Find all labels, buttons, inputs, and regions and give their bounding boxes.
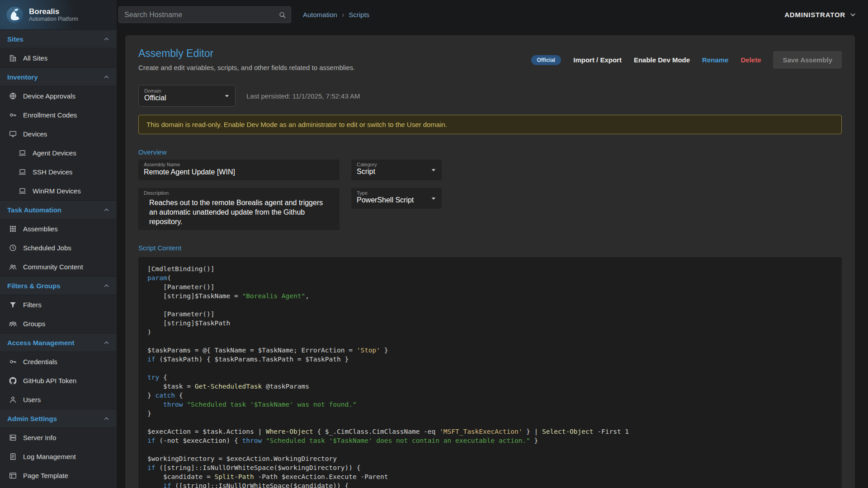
sidebar-item-label: Community Content [23,263,83,271]
brand[interactable]: Borealis Automation Platform [0,0,117,29]
code-line: $workingDirectory = $execAction.WorkingD… [147,454,833,463]
category-select[interactable]: Category Script [351,160,442,180]
import-export-button[interactable]: Import / Export [573,56,622,64]
sidebar-item-agent-devices[interactable]: Agent Devices [0,143,117,162]
key-icon [9,357,17,366]
sidebar-item-devices[interactable]: Devices [0,124,117,143]
sidebar-item-filters[interactable]: Filters [0,295,117,314]
chevron-up-icon [103,73,110,81]
sidebar-item-server-info[interactable]: Server Info [0,428,117,447]
sidebar-item-github-api-token[interactable]: GitHub API Token [0,371,117,390]
sidebar-item-label: Server Info [23,434,56,441]
user-menu[interactable]: ADMINISTRATOR [784,10,857,19]
sidebar-item-page-template[interactable]: Page Template [0,466,117,485]
description-value: Reaches out to the remote Borealis agent… [144,196,334,228]
sidebar-item-groups[interactable]: Groups [0,314,117,333]
sidebar-item-credentials[interactable]: Credentials [0,352,117,371]
sidebar-section-inventory[interactable]: Inventory [0,67,117,86]
enable-dev-mode-button[interactable]: Enable Dev Mode [634,56,690,64]
clock-icon [9,244,17,252]
category-label: Category [357,162,426,167]
sidebar-section-filters-groups[interactable]: Filters & Groups [0,276,117,295]
sidebar-item-users[interactable]: Users [0,390,117,409]
sidebar-item-label: Device Approvals [23,92,75,100]
sidebar-item-all-sites[interactable]: All Sites [0,48,117,67]
brand-name: Borealis [29,7,78,16]
search-icon[interactable] [278,10,287,19]
sidebar-item-label: All Sites [23,54,47,62]
sidebar-section-access-management[interactable]: Access Management [0,333,117,352]
sidebar-item-device-approvals[interactable]: Device Approvals [0,86,117,105]
code-line: ) [147,328,833,337]
log-icon [9,452,17,461]
code-line [147,418,833,427]
domain-row: Domain Official Last persisted: 11/1/202… [138,85,842,107]
chevron-up-icon [103,35,110,43]
type-select[interactable]: Type PowerShell Script [351,188,442,209]
search-box [118,6,291,23]
caret-down-icon [222,91,231,100]
code-line: if ([string]::IsNullOrWhiteSpace($candid… [147,481,833,488]
sidebar-section-admin-settings[interactable]: Admin Settings [0,409,117,428]
server-icon [9,433,17,442]
domain-select[interactable]: Domain Official [138,85,236,107]
assembly-name-field[interactable]: Assembly Name [138,160,340,180]
code-line [147,364,833,373]
breadcrumb-item-automation[interactable]: Automation [303,11,337,19]
script-content-editor[interactable]: [CmdletBinding()]param( [Parameter()] [s… [138,257,842,488]
save-assembly-button[interactable]: Save Assembly [773,51,842,69]
sidebar-item-ssh-devices[interactable]: SSH Devices [0,162,117,181]
sidebar-item-log-management[interactable]: Log Management [0,447,117,466]
sidebar-item-label: SSH Devices [33,168,72,176]
sidebar-item-assemblies[interactable]: Assemblies [0,219,117,238]
chevron-up-icon [103,206,110,214]
laptop-icon [18,168,27,176]
code-line [147,300,833,310]
assembly-name-input[interactable] [144,168,334,177]
borealis-logo-icon [5,5,24,24]
github-icon [9,376,17,385]
script-content-section-label: Script Content [138,244,842,252]
code-line: $candidate = Split-Path -Path $execActio… [147,472,833,481]
sidebar-section-sites[interactable]: Sites [0,29,117,48]
description-field[interactable]: Description Reaches out to the remote Bo… [138,188,340,230]
code-line: } catch { [147,391,833,400]
domain-select-label: Domain [144,88,219,94]
code-line: [string]$TaskPath [147,319,833,328]
code-line: [Parameter()] [147,282,833,291]
sidebar-section-task-automation[interactable]: Task Automation [0,200,117,219]
sidebar-section-label: Task Automation [7,206,61,214]
filter-icon [9,300,17,309]
code-line: [Parameter()] [147,310,833,319]
brand-text: Borealis Automation Platform [29,7,78,22]
rename-button[interactable]: Rename [702,56,728,64]
readonly-warning-banner: This domain is read-only. Enable Dev Mod… [138,115,842,134]
type-value: PowerShell Script [357,196,414,204]
code-line: $taskParams = @{ TaskName = $TaskName; E… [147,346,833,355]
chevron-up-icon [103,339,110,347]
header-actions: Official Import / Export Enable Dev Mode… [531,47,842,69]
sidebar-item-label: Log Management [23,453,76,460]
caret-down-icon [429,165,438,174]
sidebar-section-label: Access Management [7,339,74,347]
sidebar-item-label: Page Template [23,472,68,479]
sidebar-item-label: Agent Devices [33,149,76,157]
laptop-icon [18,149,27,157]
overview-section-label: Overview [138,148,842,156]
search-input[interactable] [118,6,291,23]
code-line [147,445,833,454]
code-line: [CmdletBinding()] [147,264,833,273]
sidebar-item-label: Credentials [23,358,57,366]
sidebar-item-scheduled-jobs[interactable]: Scheduled Jobs [0,238,117,257]
sidebar-section-label: Filters & Groups [7,282,61,290]
page-icon [9,471,17,480]
sidebar-item-enrollment-codes[interactable]: Enrollment Codes [0,105,117,124]
sidebar-item-community-content[interactable]: Community Content [0,257,117,276]
code-line: $task = Get-ScheduledTask @taskParams [147,382,833,391]
key-icon [9,111,17,119]
sidebar-item-winrm-devices[interactable]: WinRM Devices [0,181,117,200]
breadcrumb-item-scripts[interactable]: Scripts [349,11,369,19]
globe-icon [9,92,17,100]
delete-button[interactable]: Delete [741,56,761,64]
domain-select-value: Official [144,94,166,102]
